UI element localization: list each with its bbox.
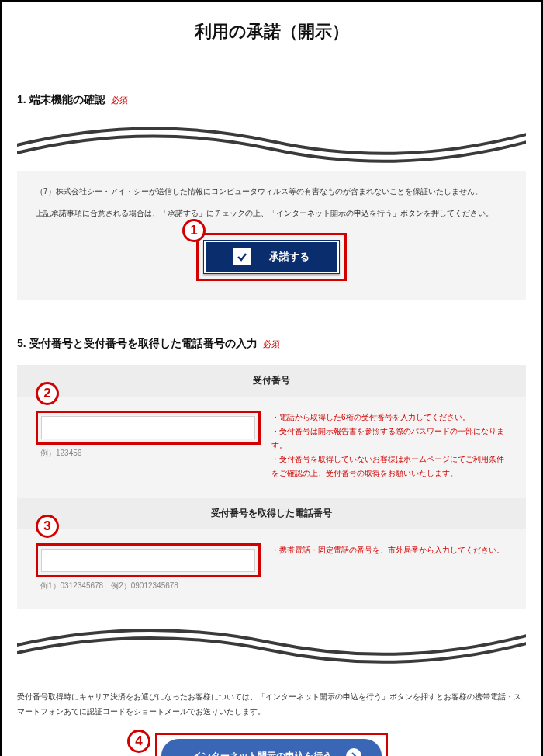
consent-agree-note: 上記承諾事項に合意される場合は、「承諾する」にチェックの上、「インターネット開示… — [36, 206, 507, 220]
consent-panel: （7）株式会社シー・アイ・シーが送信した情報にコンピュータウィルス等の有害なもの… — [17, 171, 526, 300]
wave-divider-bottom — [17, 622, 526, 669]
accept-button-label: 承諾する — [269, 250, 310, 264]
callout-1: 1 — [182, 219, 206, 242]
section1-heading: 1. 端末機能の確認 必須 — [17, 93, 526, 107]
receipt-hint-2: ・受付番号は開示報告書を参照する際のパスワードの一部になります。 — [272, 425, 507, 453]
submit-annotation-box: 4 インターネット開示の申込を行う — [155, 733, 388, 756]
callout-4: 4 — [127, 730, 150, 753]
bottom-note: 受付番号取得時にキャリア決済をお選びになったお客様については、「インターネット開… — [17, 689, 526, 719]
receipt-hint-1: ・電話から取得した6桁の受付番号を入力してください。 — [272, 411, 507, 425]
phone-annotation-box — [36, 543, 261, 577]
submit-button-label: インターネット開示の申込を行う — [192, 750, 332, 757]
section5-heading: 5. 受付番号と受付番号を取得した電話番号の入力 必須 — [17, 337, 526, 351]
accept-button[interactable]: 承諾する — [203, 240, 340, 274]
section1-heading-text: 1. 端末機能の確認 — [17, 93, 105, 106]
phone-input[interactable] — [41, 549, 255, 572]
phone-hints: ・携帯電話・固定電話の番号を、市外局番から入力してください。 — [272, 543, 507, 557]
required-badge-5: 必須 — [263, 339, 280, 349]
callout-2: 2 — [36, 382, 59, 405]
callout-3: 3 — [36, 515, 59, 538]
phone-subheader: 受付番号を取得した電話番号 — [17, 498, 526, 529]
receipt-hint-3: ・受付番号を取得していないお客様はホームページにてご利用条件をご確認の上、受付番… — [272, 453, 507, 480]
wave-divider-top — [17, 118, 526, 165]
receipt-block: 受付番号 2 例）123456 ・電話から取得した6桁の受付番号を入力してくださ… — [17, 365, 526, 498]
receipt-annotation-box — [36, 411, 261, 445]
accept-checkbox-icon — [233, 248, 251, 265]
phone-hint-1: ・携帯電話・固定電話の番号を、市外局番から入力してください。 — [272, 543, 507, 557]
receipt-hints: ・電話から取得した6桁の受付番号を入力してください。 ・受付番号は開示報告書を参… — [272, 411, 507, 480]
phone-example: 例1）0312345678 例2）09012345678 — [40, 581, 261, 591]
submit-button[interactable]: インターネット開示の申込を行う — [161, 739, 382, 756]
section5-heading-text: 5. 受付番号と受付番号を取得した電話番号の入力 — [17, 337, 258, 349]
receipt-subheader: 受付番号 — [17, 365, 526, 397]
required-badge: 必須 — [111, 95, 128, 105]
page-title: 利用の承諾（開示） — [2, 2, 541, 56]
receipt-input[interactable] — [41, 416, 255, 439]
consent-line7: （7）株式会社シー・アイ・シーが送信した情報にコンピュータウィルス等の有害なもの… — [36, 185, 507, 199]
phone-block: 受付番号を取得した電話番号 3 例1）0312345678 例2）0901234… — [17, 498, 526, 609]
accept-annotation-box: 1 承諾する — [196, 233, 347, 281]
receipt-example: 例）123456 — [40, 448, 261, 459]
arrow-right-icon — [346, 748, 361, 756]
